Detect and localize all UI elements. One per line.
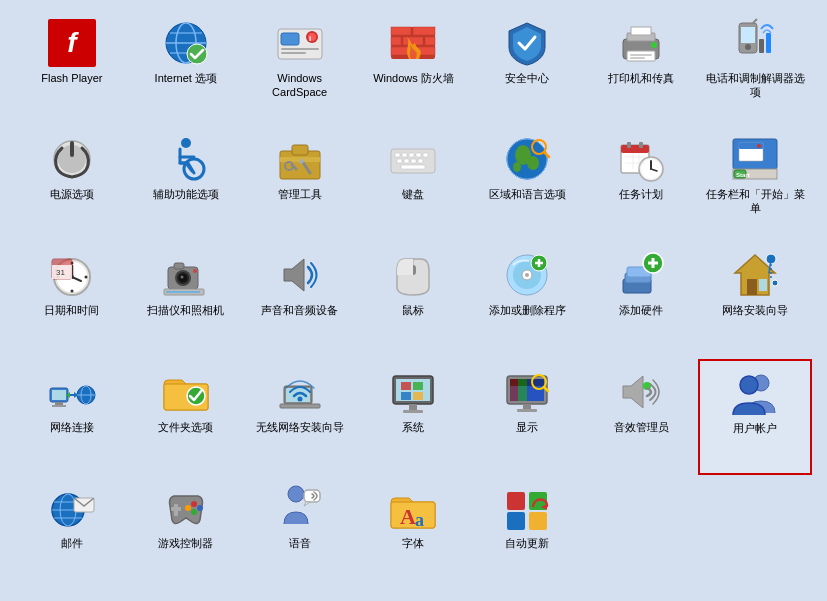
icon-label: 自动更新 xyxy=(505,536,549,550)
svg-rect-41 xyxy=(292,145,308,155)
accessibility-icon xyxy=(162,135,210,183)
icon-label: 日期和时间 xyxy=(44,303,99,317)
svg-point-140 xyxy=(297,396,302,401)
keyboard-icon xyxy=(389,135,437,183)
phone-modem-icon xyxy=(731,19,779,67)
icon-security-center[interactable]: 安全中心 xyxy=(470,10,584,126)
svg-rect-14 xyxy=(391,27,411,35)
icon-scanner-camera[interactable]: 扫描仪和照相机 xyxy=(129,242,243,358)
icon-folder-options[interactable]: 文件夹选项 xyxy=(129,359,243,475)
svg-rect-146 xyxy=(413,392,423,400)
icon-auto-update[interactable]: 自动更新 xyxy=(470,475,584,591)
fonts-icon: A a xyxy=(389,484,437,532)
sounds-manager-icon xyxy=(617,368,665,416)
admin-tools-icon xyxy=(276,135,324,183)
svg-rect-17 xyxy=(403,37,423,45)
icon-label: Flash Player xyxy=(41,71,102,85)
svg-rect-126 xyxy=(52,390,66,400)
svg-rect-180 xyxy=(507,492,525,510)
icon-taskbar-start[interactable]: Start 任务栏和「开始」菜单 xyxy=(698,126,812,242)
svg-point-59 xyxy=(513,162,521,172)
icon-display[interactable]: 显示 xyxy=(470,359,584,475)
icon-phone-modem[interactable]: 电话和调制解调器选项 xyxy=(698,10,812,126)
icon-sounds-audio[interactable]: 声音和音频设备 xyxy=(243,242,357,358)
icon-label: 扫描仪和照相机 xyxy=(147,303,224,317)
icon-internet-options[interactable]: Internet 选项 xyxy=(129,10,243,126)
svg-rect-139 xyxy=(280,404,320,408)
empty-cell-1 xyxy=(584,475,698,591)
svg-point-173 xyxy=(185,505,191,511)
icon-game-controllers[interactable]: 游戏控制器 xyxy=(129,475,243,591)
icon-power-options[interactable]: 电源选项 xyxy=(15,126,129,242)
auto-update-icon xyxy=(503,484,551,532)
icon-accessibility[interactable]: 辅助功能选项 xyxy=(129,126,243,242)
svg-point-171 xyxy=(197,505,203,511)
svg-rect-24 xyxy=(630,54,652,56)
svg-rect-119 xyxy=(747,279,757,295)
icon-label: Internet 选项 xyxy=(155,71,217,85)
user-accounts-icon xyxy=(731,369,779,417)
icon-add-remove-programs[interactable]: 添加或删除程序 xyxy=(470,242,584,358)
icon-label: WindowsCardSpace xyxy=(272,71,327,100)
icon-scheduled-tasks[interactable]: 任务计划 xyxy=(584,126,698,242)
icon-label: 网络连接 xyxy=(50,420,94,434)
icon-mouse[interactable]: 鼠标 xyxy=(357,242,471,358)
icon-system[interactable]: 系统 xyxy=(357,359,471,475)
icon-date-time[interactable]: 31 日期和时间 xyxy=(15,242,129,358)
svg-rect-8 xyxy=(281,48,319,50)
icon-label: 键盘 xyxy=(402,187,424,201)
icon-fonts[interactable]: A a 字体 xyxy=(357,475,471,591)
svg-rect-27 xyxy=(631,27,651,35)
icon-label: 区域和语言选项 xyxy=(489,187,566,201)
svg-rect-9 xyxy=(281,52,306,54)
icon-wireless-setup[interactable]: 无线网络安装向导 xyxy=(243,359,357,475)
icon-admin-tools[interactable]: 管理工具 xyxy=(243,126,357,242)
display-icon xyxy=(503,368,551,416)
svg-text:A: A xyxy=(400,504,416,529)
svg-rect-29 xyxy=(741,27,755,43)
icon-label: 电源选项 xyxy=(50,187,94,201)
icon-label: 显示 xyxy=(516,420,538,434)
icon-network-connections[interactable]: 网络连接 xyxy=(15,359,129,475)
svg-rect-33 xyxy=(766,33,771,53)
icon-label: 鼠标 xyxy=(402,303,424,317)
svg-rect-47 xyxy=(402,153,407,157)
svg-rect-64 xyxy=(621,145,649,153)
svg-point-85 xyxy=(84,276,87,279)
icon-printers-fax[interactable]: 打印机和传真 xyxy=(584,10,698,126)
icon-label: 任务栏和「开始」菜单 xyxy=(703,187,807,216)
svg-point-99 xyxy=(180,276,183,279)
svg-rect-51 xyxy=(397,159,402,163)
svg-text:31: 31 xyxy=(56,268,65,277)
svg-point-58 xyxy=(527,156,539,170)
icon-flash-player[interactable]: f Flash Player xyxy=(15,10,129,126)
scanner-camera-icon xyxy=(162,251,210,299)
icon-label: Windows 防火墙 xyxy=(373,71,454,85)
add-remove-programs-icon xyxy=(503,251,551,299)
svg-point-100 xyxy=(193,269,197,273)
icon-region-language[interactable]: 区域和语言选项 xyxy=(470,126,584,242)
icon-add-hardware[interactable]: 添加硬件 xyxy=(584,242,698,358)
svg-rect-145 xyxy=(401,392,411,400)
icon-label: 辅助功能选项 xyxy=(153,187,219,201)
icon-label: 音效管理员 xyxy=(614,420,669,434)
sounds-audio-icon xyxy=(276,251,324,299)
icon-label: 电话和调制解调器选项 xyxy=(703,71,807,100)
speech-icon xyxy=(276,484,324,532)
svg-rect-154 xyxy=(527,379,544,401)
icon-network-setup[interactable]: 网络安装向导 xyxy=(698,242,812,358)
svg-point-161 xyxy=(740,376,758,394)
icon-windows-firewall[interactable]: Windows 防火墙 xyxy=(357,10,471,126)
icon-user-accounts[interactable]: 用户帐户 xyxy=(698,359,812,475)
icon-label: 安全中心 xyxy=(505,71,549,85)
icon-mail[interactable]: 邮件 xyxy=(15,475,129,591)
svg-point-36 xyxy=(181,138,191,148)
icon-speech[interactable]: 语音 xyxy=(243,475,357,591)
icon-label: 打印机和传真 xyxy=(608,71,674,85)
folder-options-icon xyxy=(162,368,210,416)
icon-sounds-manager[interactable]: 音效管理员 xyxy=(584,359,698,475)
icon-windows-cardspace[interactable]: i WindowsCardSpace xyxy=(243,10,357,126)
icon-keyboard[interactable]: 键盘 xyxy=(357,126,471,242)
system-icon xyxy=(389,368,437,416)
icon-label: 任务计划 xyxy=(619,187,663,201)
